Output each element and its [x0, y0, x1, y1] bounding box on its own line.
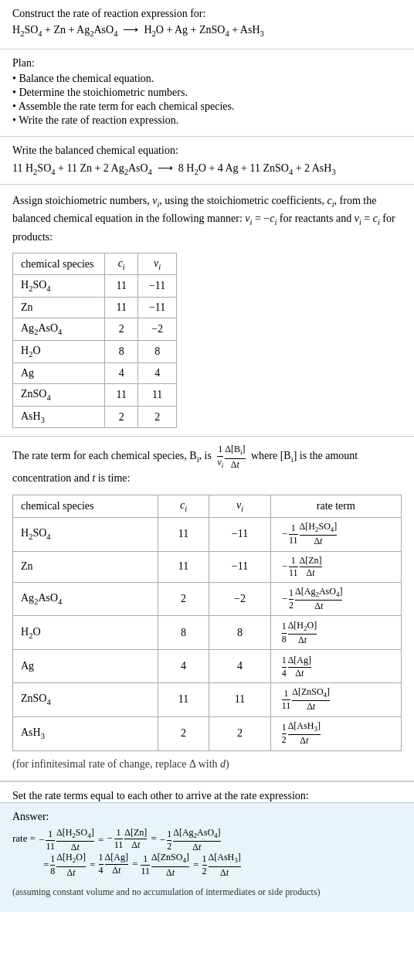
- vi-h2so4: −11: [137, 275, 176, 298]
- balanced-equation: 11 H2SO4 + 11 Zn + 2 Ag2AsO4 ⟶ 8 H2O + 4…: [12, 162, 402, 176]
- rate-term-zn-ans: −111 Δ[Zn]Δt =: [107, 828, 157, 850]
- rt-term-ash3: 12 Δ[AsH3]Δt: [270, 716, 401, 750]
- set-rate-label: Set the rate terms equal to each other t…: [12, 790, 402, 802]
- rate-table: chemical species ci νi rate term H2SO4 1…: [12, 495, 402, 750]
- table-row: Zn 11 −11 −111 Δ[Zn]Δt: [13, 551, 402, 582]
- table-row: H2O 8 8: [13, 341, 177, 363]
- assuming-note: (assuming constant volume and no accumul…: [12, 883, 402, 901]
- rt-ci-h2so4: 11: [158, 518, 209, 551]
- rt-vi-ash3: 2: [209, 716, 270, 750]
- rt-species-h2o: H2O: [13, 616, 158, 650]
- rate-term-ag2aso4-ans: −12 Δ[Ag2AsO4]Δt: [160, 828, 221, 852]
- species-h2so4: H2SO4: [13, 275, 105, 298]
- table-row: Ag2AsO4 2 −2: [13, 318, 177, 341]
- plan-label: Plan:: [12, 57, 402, 70]
- stoich-col-vi: νi: [137, 253, 176, 275]
- rt-term-h2so4: −111 Δ[H2SO4]Δt: [270, 518, 401, 551]
- rate-col-vi: νi: [209, 495, 270, 518]
- balanced-label: Write the balanced chemical equation:: [12, 145, 402, 157]
- ci-ag2aso4: 2: [105, 318, 137, 341]
- rate-term-ag-ans: 14 Δ[Ag]Δt =: [99, 852, 138, 875]
- table-row: Ag 4 4: [13, 362, 177, 383]
- rt-species-ag: Ag: [13, 650, 158, 682]
- rate-col-term: rate term: [270, 495, 401, 518]
- rt-vi-zn: −11: [209, 551, 270, 582]
- rate-col-ci: ci: [158, 495, 209, 518]
- rt-term-ag2aso4: −12 Δ[Ag2AsO4]Δt: [270, 582, 401, 615]
- rt-species-h2so4: H2SO4: [13, 518, 158, 551]
- rt-ci-ash3: 2: [158, 716, 209, 750]
- plan-step-2: Determine the stoichiometric numbers.: [12, 87, 402, 99]
- table-row: Zn 11 −11: [13, 298, 177, 318]
- answer-section: Answer: rate = −111 Δ[H2SO4]Δt = −111 Δ[…: [0, 802, 414, 912]
- plan-step-4: Write the rate of reaction expression.: [12, 114, 402, 127]
- rt-term-zn: −111 Δ[Zn]Δt: [270, 551, 401, 582]
- balanced-section: Write the balanced chemical equation: 11…: [0, 137, 414, 185]
- species-ag: Ag: [13, 362, 105, 383]
- table-row: AsH3 2 2: [13, 406, 177, 428]
- table-row: ZnSO4 11 11 111 Δ[ZnSO4]Δt: [13, 682, 402, 716]
- stoich-col-ci: ci: [105, 253, 137, 275]
- ci-zn: 11: [105, 298, 137, 318]
- rt-ci-zn: 11: [158, 551, 209, 582]
- rt-term-ag: 14 Δ[Ag]Δt: [270, 650, 401, 682]
- rt-vi-znso4: 11: [209, 682, 270, 716]
- vi-zn: −11: [137, 298, 176, 318]
- table-row: H2O 8 8 18 Δ[H2O]Δt: [13, 616, 402, 650]
- species-h2o: H2O: [13, 341, 105, 363]
- plan-step-1: Balance the chemical equation.: [12, 73, 402, 85]
- rt-species-ag2aso4: Ag2AsO4: [13, 582, 158, 615]
- fraction-delta-bi: Δ[Bi] Δt: [225, 444, 245, 469]
- rate-col-species: chemical species: [13, 495, 158, 518]
- rt-ci-h2o: 8: [158, 616, 209, 650]
- table-row: ZnSO4 11 11: [13, 383, 177, 406]
- plan-step-3: Assemble the rate term for each chemical…: [12, 100, 402, 113]
- plan-section: Plan: Balance the chemical equation. Det…: [0, 49, 414, 137]
- rt-ci-znso4: 11: [158, 682, 209, 716]
- ci-h2so4: 11: [105, 275, 137, 298]
- table-row: H2SO4 11 −11: [13, 275, 177, 298]
- table-row: Ag2AsO4 2 −2 −12 Δ[Ag2AsO4]Δt: [13, 582, 402, 615]
- rt-species-ash3: AsH3: [13, 716, 158, 750]
- rt-species-zn: Zn: [13, 551, 158, 582]
- species-zn: Zn: [13, 298, 105, 318]
- ci-h2o: 8: [105, 341, 137, 363]
- table-row: AsH3 2 2 12 Δ[AsH3]Δt: [13, 716, 402, 750]
- answer-box: rate = −111 Δ[H2SO4]Δt = −111 Δ[Zn]Δt = …: [12, 828, 402, 901]
- rt-vi-h2so4: −11: [209, 518, 270, 551]
- construct-label: Construct the rate of reaction expressio…: [12, 8, 402, 20]
- rate-equals-label: rate =: [12, 828, 36, 850]
- vi-ag: 4: [137, 362, 176, 383]
- rate-term-ash3-ans: 12 Δ[AsH3]Δt: [202, 852, 241, 877]
- rt-species-znso4: ZnSO4: [13, 682, 158, 716]
- vi-ash3: 2: [137, 406, 176, 428]
- vi-ag2aso4: −2: [137, 318, 176, 341]
- rt-term-znso4: 111 Δ[ZnSO4]Δt: [270, 682, 401, 716]
- vi-h2o: 8: [137, 341, 176, 363]
- species-znso4: ZnSO4: [13, 383, 105, 406]
- rate-term-h2o-ans: = 18 Δ[H2O]Δt =: [43, 852, 96, 877]
- table-row: Ag 4 4 14 Δ[Ag]Δt: [13, 650, 402, 682]
- ci-ag: 4: [105, 362, 137, 383]
- plan-list: Balance the chemical equation. Determine…: [12, 73, 402, 127]
- rate-intro-section: The rate term for each chemical species,…: [0, 437, 414, 781]
- stoich-section: Assign stoichiometric numbers, νi, using…: [0, 185, 414, 437]
- rt-vi-ag: 4: [209, 650, 270, 682]
- rate-intro-text: The rate term for each chemical species,…: [12, 444, 402, 487]
- rt-term-h2o: 18 Δ[H2O]Δt: [270, 616, 401, 650]
- rt-ci-ag2aso4: 2: [158, 582, 209, 615]
- rate-table-note: (for infinitesimal rate of change, repla…: [12, 756, 402, 773]
- ci-ash3: 2: [105, 406, 137, 428]
- vi-znso4: 11: [137, 383, 176, 406]
- ci-znso4: 11: [105, 383, 137, 406]
- stoich-table: chemical species ci νi H2SO4 11 −11 Zn 1…: [12, 253, 177, 429]
- rate-term-znso4-ans: 111 Δ[ZnSO4]Δt =: [141, 852, 199, 877]
- rt-vi-ag2aso4: −2: [209, 582, 270, 615]
- stoich-col-species: chemical species: [13, 253, 105, 275]
- species-ag2aso4: Ag2AsO4: [13, 318, 105, 341]
- main-equation: H2SO4 + Zn + Ag2AsO4 ⟶ H2O + Ag + ZnSO4 …: [12, 23, 402, 38]
- species-ash3: AsH3: [13, 406, 105, 428]
- stoich-intro: Assign stoichiometric numbers, νi, using…: [12, 192, 402, 245]
- rate-term-h2so4: −111 Δ[H2SO4]Δt =: [39, 828, 104, 852]
- rt-vi-h2o: 8: [209, 616, 270, 650]
